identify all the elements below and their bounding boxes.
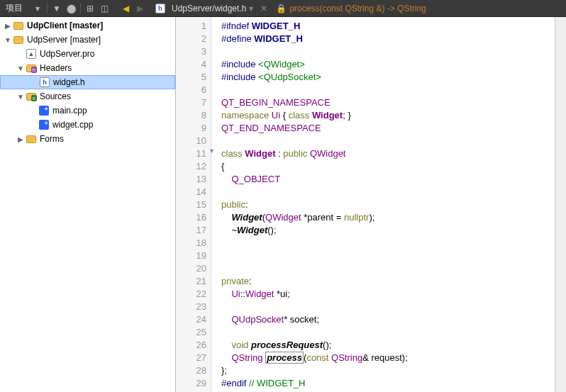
code-line[interactable]: void processRequest(); [221,339,566,352]
line-number: 27 [176,352,206,364]
code-line[interactable]: #ifndef WIDGET_H [221,20,566,33]
line-number: 23 [176,301,206,313]
code-line[interactable] [221,45,566,58]
code-line[interactable]: QUdpSocket* socket; [221,313,566,326]
code-line[interactable]: namespace Ui { class Widget; } [221,109,566,122]
folder-icon [13,36,23,44]
tree-item-udpserver[interactable]: ▼ UdpServer [master] [0,33,175,47]
code-line[interactable] [221,135,566,147]
top-toolbar: 项目 ▾ ▼ ⬤ ⊞ ◫ ◀ ▶ h UdpServer/widget.h ▾ … [0,0,566,17]
line-number: 17 [176,224,206,237]
fold-toggle[interactable]: ▼ [209,147,215,155]
breadcrumb-path: UdpServer/widget.h [172,4,246,13]
collapse-toggle[interactable]: ▼ [16,93,26,101]
code-line[interactable] [221,301,566,313]
code-line[interactable]: #define WIDGET_H [221,33,566,45]
line-number: 22 [176,288,206,301]
expand-toggle[interactable]: ▶ [3,22,13,30]
line-number: 3 [176,45,206,58]
line-number: 29 [176,377,206,390]
folder-icon [13,22,23,30]
collapse-toggle[interactable]: ▼ [3,36,13,44]
breadcrumb-symbol: process(const QString &) -> QString [289,4,426,13]
line-number: 1 [176,20,206,33]
expand-toggle[interactable]: ▶ [16,135,26,143]
folder-icon [26,135,36,143]
headers-folder-icon [26,65,36,72]
project-tree: ▶ UdpClient [master] ▼ UdpServer [master… [0,17,176,392]
code-line[interactable]: #endif // WIDGET_H [221,377,566,390]
line-number: 20 [176,262,206,275]
nav-back-button[interactable]: ◀ [119,2,132,15]
tree-item-widget-h[interactable]: h widget.h [0,75,175,89]
tree-item-main-cpp[interactable]: main.cpp [0,103,175,118]
line-number: 19 [176,250,206,262]
code-line[interactable]: class Widget : public QWidget [221,147,566,160]
sources-folder-icon [26,93,36,101]
code-line[interactable] [221,326,566,339]
tree-item-headers[interactable]: ▼ Headers [0,61,175,75]
lock-icon: 🔒 [276,4,287,13]
line-number: 6 [176,84,206,96]
line-number: 12 [176,160,206,173]
tree-item-widget-cpp[interactable]: widget.cpp [0,118,175,132]
link-icon[interactable]: ⬤ [65,2,77,15]
line-number-gutter: 12345678910▼1112131415161718192021222324… [176,17,211,392]
code-line[interactable] [221,262,566,275]
code-line[interactable]: Ui::Widget *ui; [221,288,566,301]
code-editor[interactable]: 12345678910▼1112131415161718192021222324… [176,17,566,392]
line-number: 10 [176,135,206,147]
line-number: 26 [176,339,206,352]
dropdown-button[interactable]: ▾ [31,2,44,15]
panel-title: 项目 [0,2,28,14]
h-file-icon: h [40,77,50,87]
nav-forward-button[interactable]: ▶ [133,2,146,15]
line-number: 16 [176,211,206,224]
code-line[interactable]: QT_BEGIN_NAMESPACE [221,96,566,109]
code-line[interactable]: QString process(const QString& request); [221,352,566,364]
code-line[interactable]: private: [221,275,566,288]
line-number: 2 [176,33,206,45]
scrollbar-vertical[interactable] [555,17,566,392]
tree-item-forms[interactable]: ▶ Forms [0,132,175,146]
tree-item-pro[interactable]: ▲ UdpServer.pro [0,47,175,61]
cpp-file-icon [39,106,49,116]
line-number: 8 [176,109,206,122]
code-line[interactable]: QT_END_NAMESPACE [221,122,566,135]
code-line[interactable]: Widget(QWidget *parent = nullptr); [221,211,566,224]
tree-item-sources[interactable]: ▼ Sources [0,89,175,103]
line-number: 18 [176,237,206,250]
split-icon[interactable]: ◫ [98,2,111,15]
filter-icon[interactable]: ▼ [50,2,63,15]
code-line[interactable] [221,250,566,262]
line-number: 21 [176,275,206,288]
pro-file-icon: ▲ [26,49,36,59]
line-number: 15 [176,198,206,211]
line-number: 24 [176,313,206,326]
code-line[interactable]: public: [221,198,566,211]
line-number: 5 [176,71,206,84]
code-line[interactable]: #include <QWidget> [221,58,566,71]
code-line[interactable]: Q_OBJECT [221,173,566,186]
line-number: 4 [176,58,206,71]
breadcrumb[interactable]: h UdpServer/widget.h ▾ ✕ 🔒 process(const… [155,3,426,14]
line-number: 7 [176,96,206,109]
code-line[interactable] [221,84,566,96]
code-line[interactable]: }; [221,364,566,377]
code-area[interactable]: #ifndef WIDGET_H#define WIDGET_H #includ… [211,17,566,392]
file-icon: h [155,4,165,13]
line-number: 14 [176,186,206,198]
code-line[interactable]: ~Widget(); [221,224,566,237]
line-number: 25 [176,326,206,339]
code-line[interactable] [221,186,566,198]
line-number: 28 [176,364,206,377]
code-line[interactable] [221,237,566,250]
line-number: 13 [176,173,206,186]
tree-item-udpclient[interactable]: ▶ UdpClient [master] [0,18,175,33]
line-number: 11 [176,147,206,160]
line-number: 9 [176,122,206,135]
code-line[interactable]: { [221,160,566,173]
expand-icon[interactable]: ⊞ [84,2,96,15]
collapse-toggle[interactable]: ▼ [16,65,26,72]
code-line[interactable]: #include <QUdpSocket> [221,71,566,84]
